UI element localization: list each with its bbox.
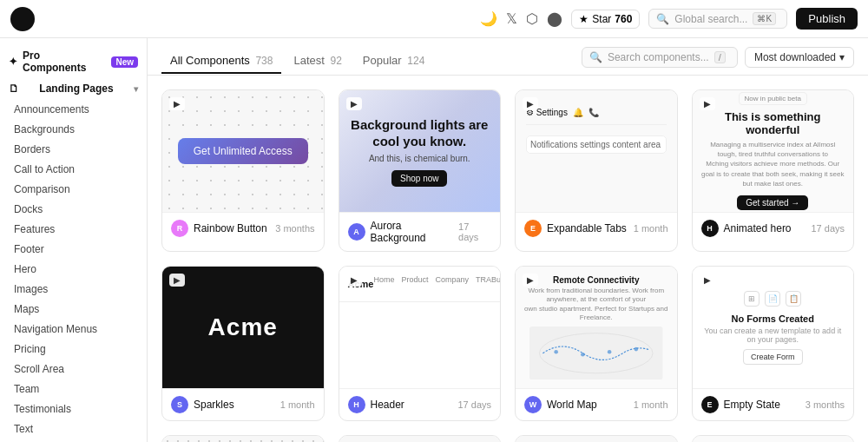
card-time: 1 month xyxy=(634,399,668,410)
video-icon: ▶ xyxy=(523,97,538,110)
card-author: E Expandable Tabs xyxy=(524,220,627,237)
sidebar-item-pricing[interactable]: Pricing xyxy=(3,340,143,359)
pro-components-section[interactable]: ✦ Pro Components New xyxy=(0,45,147,78)
sparkles-icon: ✦ xyxy=(9,56,17,68)
sidebar-item-images[interactable]: Images xyxy=(3,280,143,299)
card-time: 3 months xyxy=(806,399,845,410)
avatar: E xyxy=(524,220,542,237)
card-time: 3 months xyxy=(275,223,314,234)
card-author: H Animated hero xyxy=(701,220,792,237)
sidebar-item-maps[interactable]: Maps xyxy=(3,300,143,319)
tab-popular[interactable]: Popular 124 xyxy=(354,49,433,74)
avatar: E xyxy=(701,396,719,413)
layout: ✦ Pro Components New 🗋 Landing Pages ▾ A… xyxy=(0,38,868,442)
component-card-bottom-3[interactable]: ▶ xyxy=(515,435,678,442)
star-button[interactable]: ★ Star 760 xyxy=(571,10,640,29)
sidebar-item-navigation-menus[interactable]: Navigation Menus xyxy=(3,320,143,339)
svg-point-5 xyxy=(635,346,639,351)
svg-point-4 xyxy=(608,349,612,353)
logo[interactable] xyxy=(10,7,35,31)
card-preview-expandable-tabs: ▶ ⚙ Settings 🔔📞 Notifications settings c… xyxy=(516,90,677,212)
sort-button[interactable]: Most downloaded ▾ xyxy=(745,47,854,68)
topbar-left xyxy=(10,7,35,31)
sidebar-item-scroll-area[interactable]: Scroll Area xyxy=(3,360,143,379)
pages-icon: 🗋 xyxy=(9,82,19,95)
sidebar-item-team[interactable]: Team xyxy=(3,379,143,399)
card-preview-sparkles: ▶ Acme xyxy=(162,267,324,388)
component-card-aurora-background[interactable]: ▶ Background lights arecool you know. An… xyxy=(339,89,502,252)
tab-all-label: All Components xyxy=(170,54,250,67)
discord-icon[interactable]: ⬡ xyxy=(526,10,538,27)
component-search-placeholder: Search components... xyxy=(608,51,709,63)
svg-point-2 xyxy=(554,349,558,353)
card-name: Empty State xyxy=(724,399,780,411)
card-author: W World Map xyxy=(524,396,597,413)
search-icon: 🔍 xyxy=(656,13,669,25)
global-search[interactable]: 🔍 Global search... ⌘K xyxy=(648,9,787,29)
rainbow-btn-preview: Get Unlimited Access xyxy=(178,138,308,164)
sidebar-item-backgrounds[interactable]: Backgrounds xyxy=(3,120,143,139)
github-icon[interactable]: ⬤ xyxy=(547,10,562,27)
chevron-down-icon-3: ▾ xyxy=(839,51,845,63)
card-footer-rainbow-button: R Rainbow Button 3 months xyxy=(162,212,324,244)
video-icon: ▶ xyxy=(346,274,362,287)
video-icon: ▶ xyxy=(346,97,362,110)
tab-latest-label: Latest xyxy=(293,54,324,67)
tabs: All Components 738 Latest 92 Popular 124 xyxy=(161,49,433,73)
avatar: W xyxy=(524,396,542,413)
card-preview-empty-state: ▶ ⊞ 📄 📋 No Forms Created You can create … xyxy=(693,267,854,388)
card-preview-header: ▶ Acme HomeProductCompanyTRABuiltBook de… xyxy=(339,267,501,388)
svg-rect-0 xyxy=(529,327,663,379)
card-footer-animated-hero: H Animated hero 17 days xyxy=(693,212,854,244)
tab-latest[interactable]: Latest 92 xyxy=(285,49,350,74)
component-card-bottom-1[interactable]: ▶ xyxy=(161,435,325,442)
moon-icon[interactable]: 🌙 xyxy=(480,10,497,27)
sidebar-item-hero[interactable]: Hero xyxy=(3,260,143,279)
card-preview-world-map: ▶ Remote Connectivity Work from traditio… xyxy=(516,267,677,388)
avatar: A xyxy=(348,223,365,241)
component-card-bottom-4[interactable]: ▶ 📅 Calendar xyxy=(692,435,855,442)
sidebar-item-testimonials[interactable]: Testimonials xyxy=(3,399,143,419)
sidebar-item-features[interactable]: Features xyxy=(3,220,143,239)
star-label: Star xyxy=(592,13,611,25)
filter-controls: 🔍 Search components... / Most downloaded… xyxy=(582,47,854,75)
component-card-world-map[interactable]: ▶ Remote Connectivity Work from traditio… xyxy=(515,266,678,421)
card-name: World Map xyxy=(547,399,597,411)
avatar: S xyxy=(171,396,188,413)
search-icon-2: 🔍 xyxy=(589,51,602,63)
component-card-expandable-tabs[interactable]: ▶ ⚙ Settings 🔔📞 Notifications settings c… xyxy=(515,89,678,252)
card-author: A Aurora Background xyxy=(348,220,459,244)
card-preview-bottom-4: ▶ 📅 Calendar xyxy=(693,436,854,442)
svg-point-3 xyxy=(581,353,585,357)
component-card-header[interactable]: ▶ Acme HomeProductCompanyTRABuiltBook de… xyxy=(339,266,502,421)
card-footer-empty-state: E Empty State 3 months xyxy=(693,388,854,420)
twitter-icon[interactable]: 𝕏 xyxy=(506,10,517,27)
landing-pages-header[interactable]: 🗋 Landing Pages ▾ xyxy=(0,78,147,99)
component-card-bottom-2[interactable]: ▶ xyxy=(339,435,502,442)
component-card-animated-hero[interactable]: ▶ Now in public beta This is something w… xyxy=(692,89,855,252)
sort-label: Most downloaded xyxy=(754,51,836,63)
component-search[interactable]: 🔍 Search components... / xyxy=(582,47,738,68)
star-count: 760 xyxy=(615,13,632,25)
tab-all-count: 738 xyxy=(255,55,273,67)
avatar: H xyxy=(701,220,719,237)
sidebar-item-footer[interactable]: Footer xyxy=(3,240,143,259)
card-name: Header xyxy=(371,399,404,411)
search-shortcut: ⌘K xyxy=(753,12,776,25)
component-card-sparkles[interactable]: ▶ Acme S Sparkles 1 month xyxy=(161,266,325,421)
card-footer-header: H Header 17 days xyxy=(339,388,501,420)
component-card-rainbow-button[interactable]: ▶ Get Unlimited Access R Rainbow Button … xyxy=(161,89,325,252)
sidebar-item-borders[interactable]: Borders xyxy=(3,140,143,159)
sidebar-item-announcements[interactable]: Announcements xyxy=(3,100,143,119)
card-name: Animated hero xyxy=(724,222,792,234)
sidebar-item-text[interactable]: Text xyxy=(3,419,143,439)
card-name: Rainbow Button xyxy=(194,222,267,234)
card-footer-expandable-tabs: E Expandable Tabs 1 month xyxy=(516,212,677,244)
sidebar-item-call-to-action[interactable]: Call to Action xyxy=(3,160,143,179)
card-footer-aurora-background: A Aurora Background 17 days xyxy=(339,212,501,251)
tab-all-components[interactable]: All Components 738 xyxy=(161,49,281,74)
sidebar-item-docks[interactable]: Docks xyxy=(3,200,143,219)
publish-button[interactable]: Publish xyxy=(796,8,858,30)
sidebar-item-comparison[interactable]: Comparison xyxy=(3,180,143,199)
component-card-empty-state[interactable]: ▶ ⊞ 📄 📋 No Forms Created You can create … xyxy=(692,266,855,421)
